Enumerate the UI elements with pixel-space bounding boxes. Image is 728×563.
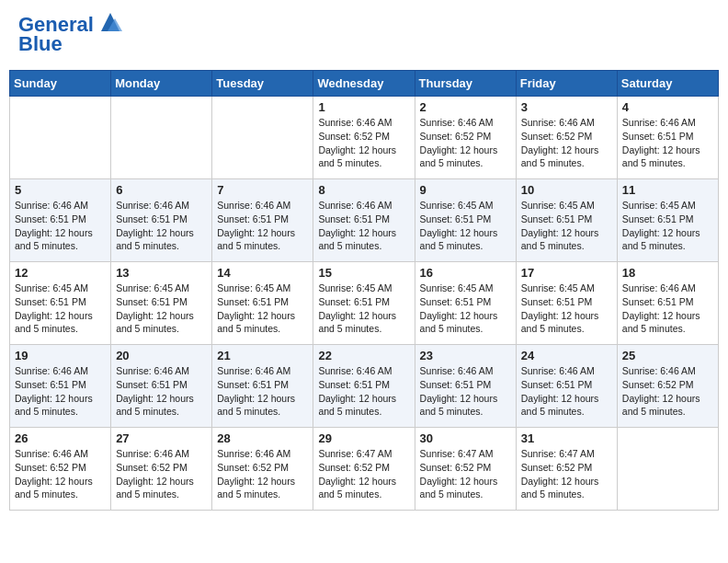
day-number: 6: [116, 183, 207, 197]
calendar-cell: 3 Sunrise: 6:46 AMSunset: 6:52 PMDayligh…: [516, 97, 617, 179]
day-info: Sunrise: 6:46 AMSunset: 6:52 PMDaylight:…: [521, 116, 612, 170]
week-row-2: 12 Sunrise: 6:45 AMSunset: 6:51 PMDaylig…: [10, 262, 719, 345]
day-info: Sunrise: 6:45 AMSunset: 6:51 PMDaylight:…: [420, 199, 511, 253]
day-info: Sunrise: 6:46 AMSunset: 6:51 PMDaylight:…: [217, 199, 308, 253]
day-info: Sunrise: 6:46 AMSunset: 6:51 PMDaylight:…: [420, 364, 511, 419]
day-info: Sunrise: 6:47 AMSunset: 6:52 PMDaylight:…: [420, 447, 511, 501]
day-info: Sunrise: 6:46 AMSunset: 6:52 PMDaylight:…: [318, 116, 409, 170]
day-number: 26: [15, 431, 106, 445]
calendar-cell: 17 Sunrise: 6:45 AMSunset: 6:51 PMDaylig…: [516, 262, 617, 345]
day-info: Sunrise: 6:45 AMSunset: 6:51 PMDaylight:…: [622, 199, 713, 253]
day-number: 7: [217, 183, 308, 197]
header-wednesday: Wednesday: [313, 71, 415, 97]
calendar-cell: 13 Sunrise: 6:45 AMSunset: 6:51 PMDaylig…: [111, 262, 212, 345]
calendar-cell: 5 Sunrise: 6:46 AMSunset: 6:51 PMDayligh…: [10, 179, 111, 262]
calendar-cell: 16 Sunrise: 6:45 AMSunset: 6:51 PMDaylig…: [415, 262, 516, 345]
day-number: 25: [622, 349, 713, 362]
day-info: Sunrise: 6:46 AMSunset: 6:52 PMDaylight:…: [116, 447, 207, 501]
day-info: Sunrise: 6:46 AMSunset: 6:52 PMDaylight:…: [15, 447, 106, 501]
day-info: Sunrise: 6:46 AMSunset: 6:52 PMDaylight:…: [217, 447, 308, 501]
day-info: Sunrise: 6:47 AMSunset: 6:52 PMDaylight:…: [318, 447, 409, 501]
calendar-cell: 7 Sunrise: 6:46 AMSunset: 6:51 PMDayligh…: [212, 179, 313, 262]
day-info: Sunrise: 6:46 AMSunset: 6:51 PMDaylight:…: [318, 199, 409, 253]
logo: General Blue: [18, 14, 124, 56]
week-row-4: 26 Sunrise: 6:46 AMSunset: 6:52 PMDaylig…: [10, 428, 719, 511]
day-number: 16: [420, 266, 511, 280]
calendar-cell: [10, 97, 111, 179]
day-info: Sunrise: 6:45 AMSunset: 6:51 PMDaylight:…: [521, 282, 612, 336]
calendar-cell: 24 Sunrise: 6:46 AMSunset: 6:51 PMDaylig…: [516, 345, 617, 428]
calendar-cell: 18 Sunrise: 6:46 AMSunset: 6:51 PMDaylig…: [617, 262, 718, 345]
header-row: SundayMondayTuesdayWednesdayThursdayFrid…: [10, 71, 719, 97]
calendar-cell: 31 Sunrise: 6:47 AMSunset: 6:52 PMDaylig…: [516, 428, 617, 511]
day-number: 30: [420, 431, 511, 445]
calendar-cell: 2 Sunrise: 6:46 AMSunset: 6:52 PMDayligh…: [415, 97, 516, 179]
calendar-cell: 4 Sunrise: 6:46 AMSunset: 6:51 PMDayligh…: [617, 97, 718, 179]
day-number: 23: [420, 349, 511, 362]
day-info: Sunrise: 6:45 AMSunset: 6:51 PMDaylight:…: [318, 282, 409, 336]
day-number: 24: [521, 349, 612, 362]
calendar-cell: [111, 97, 212, 179]
day-number: 15: [318, 266, 409, 280]
calendar-cell: 25 Sunrise: 6:46 AMSunset: 6:52 PMDaylig…: [617, 345, 718, 428]
week-row-0: 1 Sunrise: 6:46 AMSunset: 6:52 PMDayligh…: [10, 97, 719, 179]
day-number: 2: [420, 100, 511, 114]
header-sunday: Sunday: [10, 71, 111, 97]
calendar-cell: 1 Sunrise: 6:46 AMSunset: 6:52 PMDayligh…: [313, 97, 415, 179]
day-number: 1: [318, 100, 409, 114]
day-number: 18: [622, 266, 713, 280]
week-row-3: 19 Sunrise: 6:46 AMSunset: 6:51 PMDaylig…: [10, 345, 719, 428]
day-info: Sunrise: 6:45 AMSunset: 6:51 PMDaylight:…: [217, 282, 308, 336]
day-info: Sunrise: 6:46 AMSunset: 6:51 PMDaylight:…: [622, 282, 713, 336]
page-header: General Blue: [9, 9, 719, 61]
calendar-cell: [212, 97, 313, 179]
calendar-cell: 12 Sunrise: 6:45 AMSunset: 6:51 PMDaylig…: [10, 262, 111, 345]
calendar-cell: 14 Sunrise: 6:45 AMSunset: 6:51 PMDaylig…: [212, 262, 313, 345]
calendar-cell: 10 Sunrise: 6:45 AMSunset: 6:51 PMDaylig…: [516, 179, 617, 262]
day-info: Sunrise: 6:45 AMSunset: 6:51 PMDaylight:…: [521, 199, 612, 253]
calendar-cell: 23 Sunrise: 6:46 AMSunset: 6:51 PMDaylig…: [415, 345, 516, 428]
day-info: Sunrise: 6:46 AMSunset: 6:51 PMDaylight:…: [217, 364, 308, 419]
day-info: Sunrise: 6:46 AMSunset: 6:51 PMDaylight:…: [116, 364, 207, 419]
header-thursday: Thursday: [415, 71, 516, 97]
day-number: 9: [420, 183, 511, 197]
calendar-cell: 8 Sunrise: 6:46 AMSunset: 6:51 PMDayligh…: [313, 179, 415, 262]
day-number: 20: [116, 349, 207, 362]
day-number: 12: [15, 266, 106, 280]
day-number: 14: [217, 266, 308, 280]
day-number: 29: [318, 431, 409, 445]
calendar-cell: 26 Sunrise: 6:46 AMSunset: 6:52 PMDaylig…: [10, 428, 111, 511]
day-number: 22: [318, 349, 409, 362]
day-number: 3: [521, 100, 612, 114]
calendar-cell: 29 Sunrise: 6:47 AMSunset: 6:52 PMDaylig…: [313, 428, 415, 511]
calendar-cell: 15 Sunrise: 6:45 AMSunset: 6:51 PMDaylig…: [313, 262, 415, 345]
day-number: 11: [622, 183, 713, 197]
day-info: Sunrise: 6:46 AMSunset: 6:51 PMDaylight:…: [15, 364, 106, 419]
week-row-1: 5 Sunrise: 6:46 AMSunset: 6:51 PMDayligh…: [10, 179, 719, 262]
calendar-cell: [617, 428, 718, 511]
calendar-cell: 9 Sunrise: 6:45 AMSunset: 6:51 PMDayligh…: [415, 179, 516, 262]
day-info: Sunrise: 6:47 AMSunset: 6:52 PMDaylight:…: [521, 447, 612, 501]
calendar-cell: 28 Sunrise: 6:46 AMSunset: 6:52 PMDaylig…: [212, 428, 313, 511]
day-number: 10: [521, 183, 612, 197]
day-number: 31: [521, 431, 612, 445]
header-tuesday: Tuesday: [212, 71, 313, 97]
calendar-cell: 11 Sunrise: 6:45 AMSunset: 6:51 PMDaylig…: [617, 179, 718, 262]
calendar-cell: 22 Sunrise: 6:46 AMSunset: 6:51 PMDaylig…: [313, 345, 415, 428]
calendar-cell: 21 Sunrise: 6:46 AMSunset: 6:51 PMDaylig…: [212, 345, 313, 428]
day-number: 5: [15, 183, 106, 197]
day-info: Sunrise: 6:46 AMSunset: 6:51 PMDaylight:…: [521, 364, 612, 419]
header-friday: Friday: [516, 71, 617, 97]
calendar-cell: 6 Sunrise: 6:46 AMSunset: 6:51 PMDayligh…: [111, 179, 212, 262]
calendar-cell: 19 Sunrise: 6:46 AMSunset: 6:51 PMDaylig…: [10, 345, 111, 428]
day-info: Sunrise: 6:45 AMSunset: 6:51 PMDaylight:…: [420, 282, 511, 336]
day-number: 19: [15, 349, 106, 362]
logo-icon: [97, 11, 124, 35]
day-number: 13: [116, 266, 207, 280]
day-number: 17: [521, 266, 612, 280]
calendar-cell: 30 Sunrise: 6:47 AMSunset: 6:52 PMDaylig…: [415, 428, 516, 511]
day-number: 8: [318, 183, 409, 197]
day-number: 21: [217, 349, 308, 362]
day-info: Sunrise: 6:46 AMSunset: 6:52 PMDaylight:…: [420, 116, 511, 170]
header-monday: Monday: [111, 71, 212, 97]
